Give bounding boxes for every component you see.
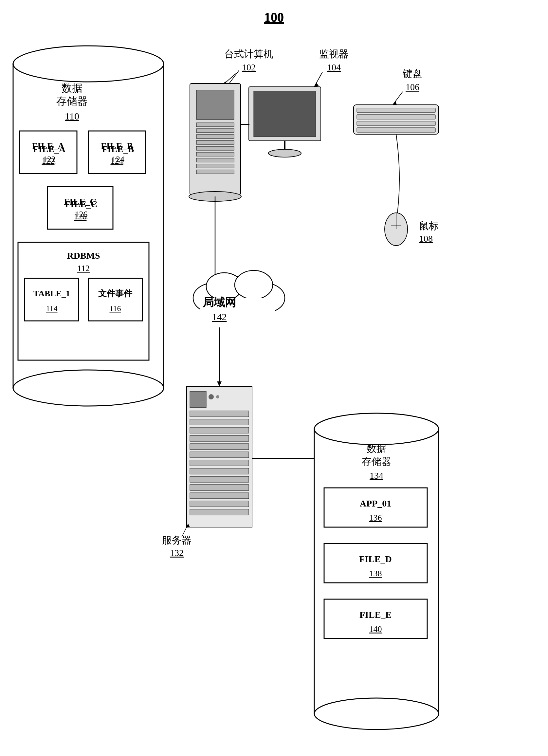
svg-rect-30 — [196, 90, 234, 120]
svg-text:数据: 数据 — [62, 82, 82, 94]
svg-rect-22 — [88, 278, 142, 321]
svg-rect-90 — [190, 509, 249, 515]
svg-text:132: 132 — [170, 548, 184, 558]
svg-rect-51 — [357, 115, 435, 119]
svg-text:局域网: 局域网 — [202, 296, 236, 308]
svg-text:136: 136 — [369, 513, 382, 523]
file-b-name: FILE_B — [89, 144, 147, 155]
svg-rect-39 — [196, 170, 234, 174]
svg-text:存储器: 存储器 — [56, 95, 88, 107]
svg-point-77 — [216, 395, 219, 398]
svg-text:监视器: 监视器 — [319, 48, 349, 59]
svg-rect-88 — [190, 493, 249, 499]
svg-rect-38 — [196, 164, 234, 168]
file-a-id: 122 — [21, 155, 78, 164]
svg-point-2 — [13, 46, 164, 82]
diagram: 100 数据 存储器 110 FILE_A 122 FILE_B 124 FIL… — [0, 0, 548, 756]
svg-text:104: 104 — [327, 62, 341, 72]
svg-text:数据: 数据 — [367, 443, 386, 454]
svg-rect-52 — [357, 121, 435, 126]
svg-rect-89 — [190, 501, 249, 507]
svg-text:102: 102 — [242, 62, 256, 72]
svg-marker-57 — [393, 101, 397, 105]
svg-rect-84 — [190, 460, 249, 466]
file-a-name: FILE_A — [21, 144, 78, 155]
svg-marker-48 — [314, 83, 319, 87]
svg-text:138: 138 — [369, 569, 382, 578]
svg-rect-79 — [190, 419, 249, 425]
svg-rect-85 — [190, 468, 249, 474]
svg-rect-78 — [190, 411, 249, 417]
svg-text:FILE_E: FILE_E — [359, 610, 392, 620]
svg-rect-75 — [190, 391, 206, 408]
svg-rect-42 — [254, 91, 316, 137]
svg-text:存储器: 存储器 — [362, 456, 391, 467]
svg-point-76 — [209, 394, 214, 399]
svg-text:110: 110 — [65, 111, 79, 121]
svg-text:116: 116 — [109, 304, 121, 313]
file-b-label: FILE_B 124 — [89, 144, 147, 164]
file-c-id: 126 — [48, 210, 114, 219]
svg-point-98 — [314, 413, 439, 445]
svg-text:140: 140 — [369, 624, 382, 634]
svg-text:114: 114 — [46, 304, 57, 313]
svg-text:鼠标: 鼠标 — [419, 220, 439, 231]
svg-rect-53 — [357, 128, 435, 132]
svg-rect-35 — [196, 146, 234, 150]
file-c-name: FILE_C — [48, 199, 114, 210]
svg-text:RDBMS: RDBMS — [67, 250, 100, 261]
svg-text:TABLE_1: TABLE_1 — [33, 289, 70, 298]
svg-rect-19 — [25, 278, 79, 321]
svg-rect-33 — [196, 135, 234, 138]
svg-text:112: 112 — [77, 264, 90, 273]
svg-text:服务器: 服务器 — [162, 535, 192, 545]
file-a-label: FILE_A 122 — [21, 144, 78, 164]
svg-line-113 — [229, 70, 239, 83]
svg-text:134: 134 — [370, 470, 383, 481]
svg-rect-32 — [196, 129, 234, 133]
title: 100 — [0, 10, 548, 25]
file-b-id: 124 — [89, 155, 147, 164]
svg-point-44 — [268, 149, 301, 157]
svg-text:FILE_D: FILE_D — [359, 554, 392, 564]
svg-point-68 — [235, 270, 273, 299]
svg-rect-34 — [196, 140, 234, 144]
svg-text:106: 106 — [406, 82, 419, 92]
svg-rect-50 — [357, 108, 435, 113]
svg-rect-37 — [196, 158, 234, 162]
svg-text:键盘: 键盘 — [402, 68, 422, 79]
file-c-label: FILE_C 126 — [48, 199, 114, 219]
svg-text:文件事件: 文件事件 — [98, 288, 133, 298]
svg-text:142: 142 — [212, 311, 227, 322]
svg-text:108: 108 — [419, 233, 433, 244]
svg-rect-87 — [190, 485, 249, 490]
svg-point-3 — [13, 370, 164, 406]
svg-rect-86 — [190, 476, 249, 482]
svg-rect-80 — [190, 427, 249, 433]
svg-text:台式计算机: 台式计算机 — [224, 48, 273, 59]
svg-text:APP_01: APP_01 — [360, 498, 391, 508]
svg-rect-81 — [190, 435, 249, 441]
svg-marker-73 — [217, 381, 222, 386]
svg-rect-82 — [190, 444, 249, 450]
svg-rect-36 — [196, 152, 234, 156]
svg-point-99 — [314, 698, 439, 729]
svg-rect-83 — [190, 452, 249, 458]
svg-rect-31 — [196, 123, 234, 127]
